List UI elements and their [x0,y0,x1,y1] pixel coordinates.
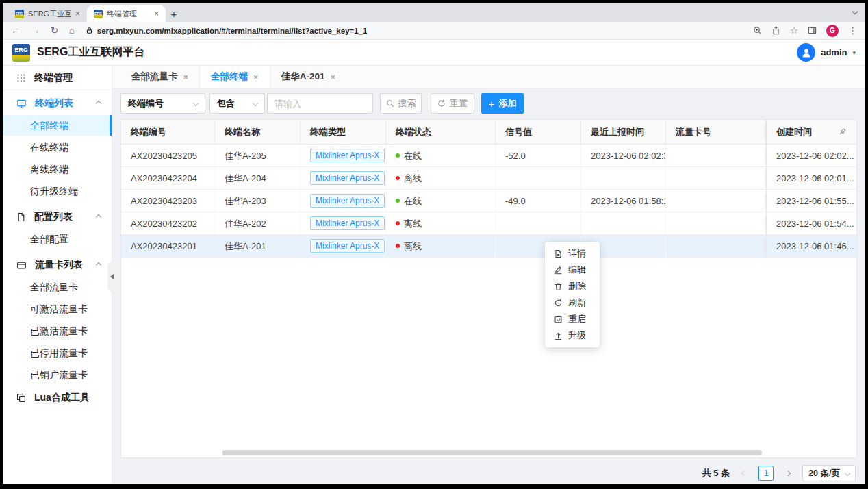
table-row[interactable]: AX20230423202 佳华A-202 Mixlinker Aprus-X … [121,212,856,235]
page-number-button[interactable]: 1 [758,466,774,481]
collapse-arrow-icon [110,274,114,279]
cell-created-time: 2023-12-06 01:55... [766,190,856,212]
sidebar-item-offline-terminals[interactable]: 离线终端 [3,159,112,179]
browser-tab-platform[interactable]: ERG SERG工业互联网平台 × [8,5,87,22]
cell-sim-number [666,235,766,258]
tab-all-sim-cards[interactable]: 全部流量卡 × [120,66,199,88]
sidebar-group-config-list[interactable]: 配置列表 [3,207,112,227]
sidebar-item-suspended-sim-cards[interactable]: 已停用流量卡 [3,342,112,363]
next-page-button[interactable] [780,466,795,481]
menu-item-restart[interactable]: 重启 [545,311,600,327]
menu-item-refresh[interactable]: 刷新 [545,294,600,311]
sidebar-item-lua-tool[interactable]: Lua合成工具 [3,388,112,408]
sidebar-item-online-terminals[interactable]: 在线终端 [3,137,112,158]
cell-created-time: 2023-12-06 01:54... [766,212,856,235]
table-row[interactable]: AX20230423203 佳华A-203 Mixlinker Aprus-X … [121,190,856,212]
cell-terminal-name: 佳华A-205 [215,145,301,167]
close-icon[interactable]: × [253,72,259,82]
new-tab-button[interactable]: + [166,5,182,22]
operator-select[interactable]: 包含 [209,93,265,114]
field-select[interactable]: 终端编号 [120,93,205,114]
bookmark-star-icon[interactable]: ☆ [790,25,798,36]
table-row-selected[interactable]: AX20230423201 佳华A-201 Mixlinker Aprus-X … [121,235,856,258]
sidebar-item-all-configs[interactable]: 全部配置 [3,229,112,249]
search-button[interactable]: 搜索 [380,93,422,114]
reset-button-label: 重置 [450,97,468,110]
browser-menu-icon[interactable]: ⋮ [848,25,857,36]
add-button[interactable]: + 添加 [481,93,524,114]
sidebar-group-label: 配置列表 [34,211,73,223]
sidepanel-icon[interactable] [808,26,817,35]
menu-item-edit[interactable]: 编辑 [545,262,600,278]
tab-all-terminals[interactable]: 全部终端 × [199,66,270,88]
device-type-badge: Mixlinker Aprus-X [310,216,385,230]
cell-sim-number [666,212,766,235]
sidebar-collapse-handle[interactable] [107,262,116,292]
search-button-label: 搜索 [398,97,416,110]
chevron-down-icon [845,471,850,476]
zoom-icon[interactable] [753,26,762,35]
cell-terminal-status: 在线 [386,190,496,212]
sidebar-item-pending-upgrade-terminals[interactable]: 待升级终端 [3,181,112,201]
profile-avatar[interactable]: G [826,25,839,37]
table-row[interactable]: AX20230423204 佳华A-204 Mixlinker Aprus-X … [121,167,856,190]
col-label: 创建时间 [776,120,812,144]
cell-signal: -49.0 [496,190,581,212]
close-tab-icon[interactable]: × [75,9,80,18]
cell-sim-number [666,145,766,167]
browser-window: ERG SERG工业互联网平台 × ERG 终端管理 × + ← → ↻ ⌂ s… [3,3,865,484]
horizontal-scrollbar[interactable] [222,450,762,455]
page-size-select[interactable]: 20 条/页 [802,465,856,481]
reset-button[interactable]: 重置 [431,93,474,114]
tab-jiahua-a201[interactable]: 佳华A-201 × [270,66,346,88]
tabstrip-chevron-icon[interactable] [852,9,858,14]
url-text: serg.mixyun.com/mixapplication/#/termina… [97,27,368,35]
search-input[interactable] [267,93,373,114]
menu-item-label: 升级 [568,329,586,342]
status-text: 离线 [404,235,422,258]
menu-item-upgrade[interactable]: 升级 [545,327,600,344]
sidebar-item-cancelled-sim-cards[interactable]: 已销户流量卡 [3,364,112,385]
card-icon [16,260,27,271]
filter-bar: 终端编号 包含 搜索 重置 + 添加 [120,93,860,114]
online-status-dot [396,199,400,203]
chevron-right-icon [785,471,791,476]
user-menu[interactable]: admin ▾ [797,43,856,62]
browser-tab-title: 终端管理 [107,9,150,19]
status-text: 离线 [404,167,422,190]
forward-icon[interactable]: → [31,25,40,36]
sidebar-group-terminal-list[interactable]: 终端列表 [3,93,112,114]
reload-icon[interactable]: ↻ [51,25,58,36]
close-icon[interactable]: × [183,72,189,82]
sidebar-item-all-terminals[interactable]: 全部终端 [3,115,112,136]
menu-item-delete[interactable]: 删除 [545,278,600,294]
table-row[interactable]: AX20230423205 佳华A-205 Mixlinker Aprus-X … [121,145,856,167]
field-select-value: 终端编号 [128,97,164,110]
share-icon[interactable] [771,26,780,35]
total-count: 共 5 条 [702,467,730,479]
home-icon[interactable]: ⌂ [69,25,75,36]
back-icon[interactable]: ← [11,25,20,36]
menu-item-label: 删除 [568,280,586,292]
url-bar[interactable]: serg.mixyun.com/mixapplication/#/termina… [86,27,754,35]
sidebar-group-sim-card-list[interactable]: 流量卡列表 [3,255,112,275]
cell-last-report [581,167,666,190]
sidebar-item-activated-sim-cards[interactable]: 已激活流量卡 [3,321,112,341]
app-title: SERG工业互联网平台 [37,45,144,60]
sidebar-item-activatable-sim-cards[interactable]: 可激活流量卡 [3,299,112,319]
status-text: 离线 [404,212,422,235]
pin-icon[interactable] [838,127,847,136]
tab-label: 佳华A-201 [281,71,325,83]
search-icon [386,99,394,108]
sidebar-item-all-sim-cards[interactable]: 全部流量卡 [3,277,112,297]
chevron-up-icon [96,262,101,268]
app-header: ERG SERG工业互联网平台 admin ▾ [3,40,865,66]
prev-page-button[interactable] [737,466,752,481]
close-icon[interactable]: × [330,72,335,82]
close-tab-icon[interactable]: × [154,9,159,18]
sidebar-item-terminal-management[interactable]: 终端管理 [3,66,112,90]
menu-item-detail[interactable]: 详情 [545,245,600,262]
cell-signal: -52.0 [496,145,581,167]
browser-tab-terminal[interactable]: ERG 终端管理 × [87,5,166,22]
browser-toolbar: ← → ↻ ⌂ serg.mixyun.com/mixapplication/#… [3,22,865,40]
